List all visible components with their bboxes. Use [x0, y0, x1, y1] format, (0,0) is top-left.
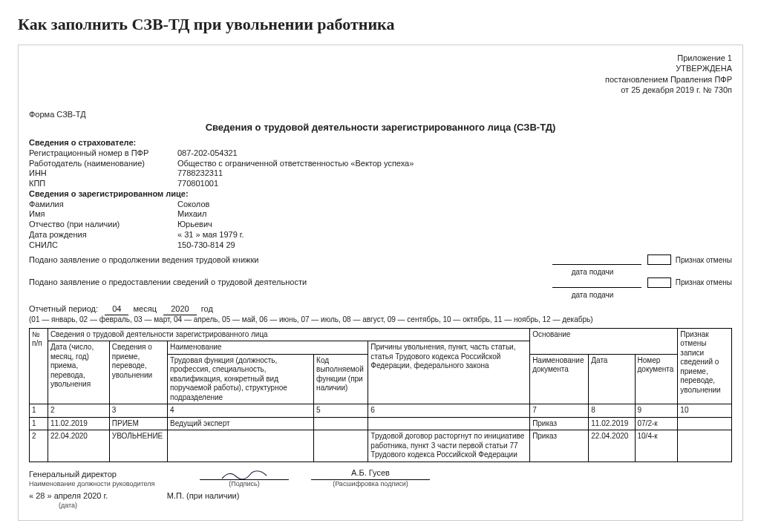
- th-cancel: Признак отмены записи сведений о приеме,…: [678, 328, 732, 404]
- signature-row: Генеральный директор Наименование должно…: [29, 468, 732, 488]
- dob-value: « 31 » мая 1979 г.: [177, 230, 732, 240]
- signature-icon: [218, 468, 270, 482]
- year-word: год: [201, 304, 213, 313]
- sig-date-cap: (дата): [59, 502, 732, 510]
- statement-2: Подано заявление о предоставлении сведен…: [29, 278, 341, 288]
- sig-name: А.Б. Гусев: [311, 468, 430, 480]
- inn-label: ИНН: [29, 168, 177, 179]
- sig-role-cap: Наименование должности руководителя: [29, 480, 177, 488]
- th-func: Трудовая функция (должность, профессия, …: [168, 354, 314, 404]
- th-group: Сведения о трудовой деятельности зарегис…: [48, 328, 529, 341]
- period-month: 04: [105, 304, 128, 315]
- cancel-checkbox[interactable]: [647, 254, 671, 265]
- lastname-value: Соколов: [177, 200, 732, 210]
- period-row: Отчетный период: 04 месяц 2020 год: [29, 304, 732, 315]
- middlename-label: Отчество (при наличии): [29, 220, 177, 230]
- middlename-value: Юрьевич: [177, 220, 732, 230]
- form-heading: Сведения о трудовой деятельности зарегис…: [29, 122, 732, 134]
- th-name: Наименование: [168, 341, 368, 355]
- page-title: Как заполнить СЗВ-ТД при увольнении рабо…: [18, 15, 743, 34]
- sig-date: « 28 » апреля 2020 г.: [29, 491, 108, 500]
- th-event: Сведения о приеме, переводе, увольнении: [109, 341, 167, 404]
- inn-value: 7788232311: [177, 168, 732, 179]
- kpp-label: КПП: [29, 179, 177, 189]
- table-row: 1 11.02.2019 ПРИЕМ Ведущий эксперт Прика…: [30, 417, 732, 430]
- months-legend: (01 — январь, 02 — февраль, 03 — март, 0…: [29, 315, 732, 325]
- sig-sign-cap: (Подпись): [200, 480, 289, 488]
- employer-label: Работодатель (наименование): [29, 159, 177, 169]
- th-np: № п/п: [30, 328, 48, 404]
- cancel-label: Признак отмены: [676, 256, 732, 266]
- person-section: Сведения о зарегистрированном лице:: [29, 189, 732, 200]
- statement-1: Подано заявление о продолжении ведения т…: [29, 255, 341, 266]
- cancel-checkbox[interactable]: [647, 278, 671, 288]
- statement-date-input[interactable]: [552, 254, 641, 265]
- th-code: Код выполняемой функции (при наличии): [314, 354, 368, 404]
- date-caption: дата подачи: [548, 268, 637, 278]
- th-docdate: Дата: [589, 354, 635, 404]
- insurer-section: Сведения о страхователе:: [29, 138, 732, 148]
- th-docnum: Номер документа: [635, 354, 678, 404]
- dob-label: Дата рождения: [29, 230, 177, 240]
- cancel-label: Признак отмены: [676, 278, 732, 288]
- mp-note: М.П. (при наличии): [167, 491, 240, 500]
- approval-block: Приложение 1 УТВЕРЖДЕНА постановлением П…: [29, 53, 732, 95]
- firstname-value: Михаил: [177, 209, 732, 220]
- employer-value: Общество с ограниченной ответственностью…: [177, 159, 732, 169]
- approval-line: постановлением Правления ПФР: [29, 74, 732, 85]
- th-docname: Наименование документа: [530, 354, 589, 404]
- reg-value: 087-202-054321: [177, 148, 732, 159]
- date-caption: дата подачи: [548, 291, 637, 301]
- firstname-label: Имя: [29, 209, 177, 220]
- approval-line: Приложение 1: [29, 53, 732, 63]
- sig-date-row: « 28 » апреля 2020 г. М.П. (при наличии): [29, 491, 732, 502]
- statement-date-input[interactable]: [552, 278, 641, 288]
- kpp-value: 770801001: [177, 179, 732, 189]
- approval-line: от 25 декабря 2019 г. № 730п: [29, 85, 732, 95]
- activity-table: № п/п Сведения о трудовой деятельности з…: [29, 328, 732, 462]
- sig-name-cap: (Расшифровка подписи): [311, 480, 430, 488]
- table-row: 2 22.04.2020 УВОЛЬНЕНИЕ Трудовой договор…: [30, 430, 732, 462]
- table-col-numbers: 1 2 3 4 5 6 7 8 9 10: [30, 404, 732, 418]
- sig-role: Генеральный директор: [29, 470, 177, 480]
- form-name: Форма СЗВ-ТД: [29, 110, 732, 120]
- lastname-label: Фамилия: [29, 200, 177, 210]
- period-label: Отчетный период:: [29, 304, 98, 313]
- period-year: 2020: [163, 304, 196, 315]
- th-date: Дата (число, месяц, год) приема, перевод…: [48, 341, 109, 404]
- approval-line: УТВЕРЖДЕНА: [29, 63, 732, 73]
- snils-value: 150-730-814 29: [177, 240, 732, 251]
- th-basis: Основание: [530, 328, 678, 354]
- snils-label: СНИЛС: [29, 240, 177, 251]
- signature-line: [200, 468, 289, 480]
- reg-label: Регистрационный номер в ПФР: [29, 148, 177, 159]
- th-reason: Причины увольнения, пункт, часть статьи,…: [368, 341, 530, 404]
- month-word: месяц: [134, 304, 157, 313]
- form-document: Приложение 1 УТВЕРЖДЕНА постановлением П…: [18, 45, 743, 521]
